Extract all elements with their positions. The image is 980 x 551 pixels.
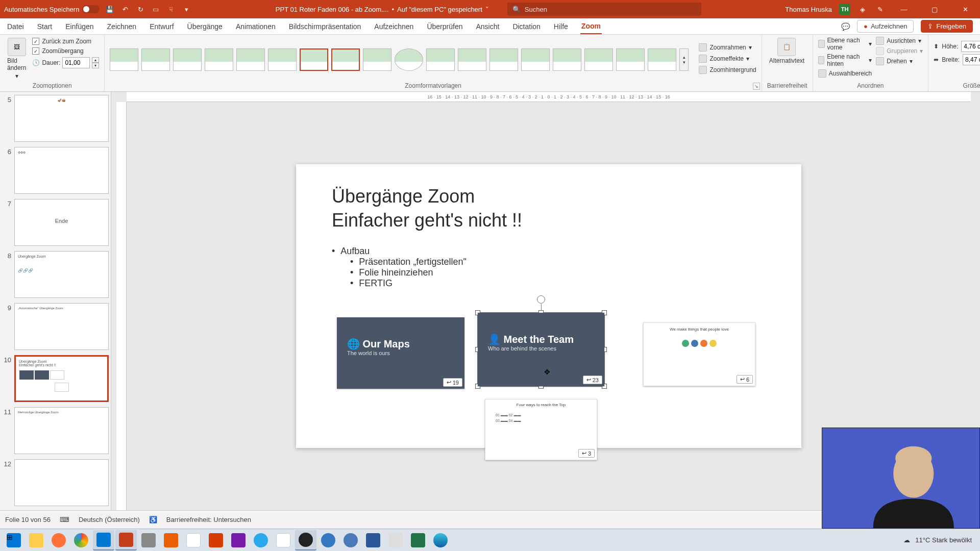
style-thumb[interactable] (141, 48, 170, 71)
tab-uebergaenge[interactable]: Übergänge (186, 19, 224, 34)
slide-thumb-8[interactable]: Übergänge Zoom🔗🔗🔗 (14, 251, 109, 298)
app-icon[interactable] (183, 530, 204, 550)
qat-more-icon[interactable]: ▾ (181, 4, 191, 14)
zoom-card-meet-team[interactable]: 👤 Meet the Team Who are behind the scene… (478, 313, 604, 386)
zoomuebergang-checkbox[interactable]: ✓Zoomübergang (32, 47, 99, 55)
vlc-icon[interactable] (160, 530, 182, 550)
comments-icon[interactable]: 💬 (841, 22, 850, 31)
tab-zeichnen[interactable]: Zeichnen (106, 19, 138, 34)
style-thumb[interactable] (616, 48, 645, 71)
auswahlbereich-button[interactable]: Auswahlbereich (818, 69, 872, 78)
zoomrahmen-button[interactable]: Zoomrahmen▾ (699, 43, 756, 52)
slide-thumb-9[interactable]: „Automatische" Übergänge Zoom (14, 303, 109, 350)
dialog-launcher[interactable]: ↘ (753, 83, 760, 90)
onenote-icon[interactable] (228, 530, 249, 550)
tab-einfuegen[interactable]: Einfügen (64, 19, 94, 34)
close-button[interactable]: ✕ (953, 0, 977, 18)
chrome-icon[interactable] (70, 530, 92, 550)
style-thumb[interactable] (363, 48, 391, 71)
gruppieren-button[interactable]: Gruppieren▾ (876, 47, 923, 55)
tab-ansicht[interactable]: Ansicht (475, 19, 500, 34)
selection-outline[interactable]: 👤 Meet the Team Who are behind the scene… (477, 312, 605, 387)
weather-icon[interactable]: ☁ (903, 536, 910, 544)
style-thumb[interactable] (489, 48, 518, 71)
record-button[interactable]: ●Aufzeichnen (857, 20, 914, 33)
powerpoint-icon[interactable] (115, 530, 137, 550)
autosave-toggle[interactable]: Automatisches Speichern (4, 5, 100, 13)
style-thumb[interactable] (173, 48, 202, 71)
minimize-button[interactable]: — (892, 0, 916, 18)
tab-bildschirm[interactable]: Bildschirmpräsentation (288, 19, 362, 34)
app-icon[interactable] (273, 530, 294, 550)
start-button[interactable]: ⊞ (3, 530, 24, 550)
tab-dictation[interactable]: Dictation (511, 19, 541, 34)
telegram-icon[interactable] (250, 530, 272, 550)
slide-thumb-10-active[interactable]: Übergänge Zoom Einfacher geht's nicht !! (14, 355, 109, 402)
thumbnail-pane[interactable]: 5🚀 📦 6⚙⚙⚙ 7Ende 8Übergänge Zoom🔗🔗🔗 9„Aut… (0, 92, 111, 510)
style-thumb[interactable] (268, 48, 297, 71)
breite-input[interactable] (963, 54, 980, 65)
firefox-icon[interactable] (48, 530, 69, 550)
app-icon[interactable] (138, 530, 159, 550)
style-thumb[interactable] (584, 48, 613, 71)
touch-icon[interactable]: ☟ (166, 4, 176, 14)
ausrichten-button[interactable]: Ausrichten▾ (876, 37, 923, 45)
zoom-card-our-maps[interactable]: 🌐 Our Maps The world is ours ↩ 19 (337, 317, 464, 389)
tab-start[interactable]: Start (36, 19, 54, 34)
zoomeffekte-button[interactable]: Zoomeffekte▾ (699, 55, 756, 63)
alternativtext-button[interactable]: 📋 Alternativtext (767, 37, 806, 65)
style-thumb[interactable] (648, 48, 676, 71)
style-thumb[interactable] (110, 48, 138, 71)
zoomhintergrund-button[interactable]: Zoomhintergrund (699, 66, 756, 74)
app-icon[interactable] (317, 530, 339, 550)
share-button[interactable]: ⇪Freigeben (921, 20, 973, 33)
rotate-handle[interactable] (537, 295, 545, 304)
tab-datei[interactable]: Datei (6, 19, 25, 34)
excel-icon[interactable] (407, 530, 429, 550)
slide-canvas[interactable]: Übergänge Zoom Einfacher geht's nicht !!… (296, 164, 801, 448)
app-icon[interactable] (340, 530, 361, 550)
slide-counter[interactable]: Folie 10 von 56 (5, 516, 51, 523)
obs-icon[interactable] (295, 530, 316, 550)
style-thumb[interactable] (395, 48, 423, 71)
style-thumb-selected[interactable] (300, 48, 328, 71)
hoehe-input[interactable] (961, 41, 980, 52)
slide-thumb-7[interactable]: Ende (14, 199, 109, 246)
ebene-hinten-button[interactable]: Ebene nach hinten▾ (818, 53, 872, 67)
slide-thumb-11[interactable]: Mehrstufige Übergänge Zoom (14, 407, 109, 454)
tab-animationen[interactable]: Animationen (235, 19, 277, 34)
zoom-card-things[interactable]: We make things that people love ↩ 6 (643, 322, 755, 386)
pen-icon[interactable]: ✎ (875, 4, 885, 14)
undo-icon[interactable]: ↶ (120, 4, 130, 14)
style-thumb[interactable] (426, 48, 455, 71)
style-thumb[interactable] (236, 48, 265, 71)
tab-zoom[interactable]: Zoom (580, 19, 602, 34)
diamond-icon[interactable]: ◈ (857, 4, 868, 14)
maximize-button[interactable]: ▢ (923, 0, 946, 18)
present-icon[interactable]: ▭ (151, 4, 161, 14)
style-thumb[interactable] (331, 48, 360, 71)
slide-title[interactable]: Übergänge Zoom Einfacher geht's nicht !! (332, 185, 522, 233)
bild-aendern-button[interactable]: 🖼 Bild ändern ▾ (5, 37, 28, 81)
slide-thumb-12[interactable] (14, 459, 109, 506)
spellcheck-icon[interactable]: ⌨ (60, 516, 69, 523)
tab-aufzeichnen[interactable]: Aufzeichnen (373, 19, 414, 34)
weather-label[interactable]: 11°C Stark bewölkt (915, 536, 972, 544)
style-thumb[interactable] (205, 48, 233, 71)
save-icon[interactable]: 💾 (105, 4, 115, 14)
search-input[interactable]: 🔍 Suchen (507, 3, 701, 16)
zurueck-zoom-checkbox[interactable]: ✓Zurück zum Zoom (32, 38, 99, 45)
style-thumb[interactable] (553, 48, 581, 71)
chevron-down-icon[interactable]: ˅ (485, 6, 489, 13)
ebene-vorne-button[interactable]: Ebene nach vorne▾ (818, 37, 872, 51)
redo-icon[interactable]: ↻ (135, 4, 145, 14)
tab-ueberpruefen[interactable]: Überprüfen (426, 19, 463, 34)
accessibility-label[interactable]: Barrierefreiheit: Untersuchen (166, 516, 251, 523)
dauer-input[interactable] (62, 57, 90, 68)
zoom-card-four-ways[interactable]: Four ways to reach the Top 01 ▬▬ 02 ▬▬03… (485, 399, 597, 460)
spinner-buttons[interactable]: ▴▾ (92, 57, 99, 68)
word-icon[interactable] (362, 530, 384, 550)
slide-thumb-5[interactable]: 🚀 📦 (14, 95, 109, 142)
explorer-icon[interactable] (26, 530, 47, 550)
app-icon[interactable] (205, 530, 227, 550)
